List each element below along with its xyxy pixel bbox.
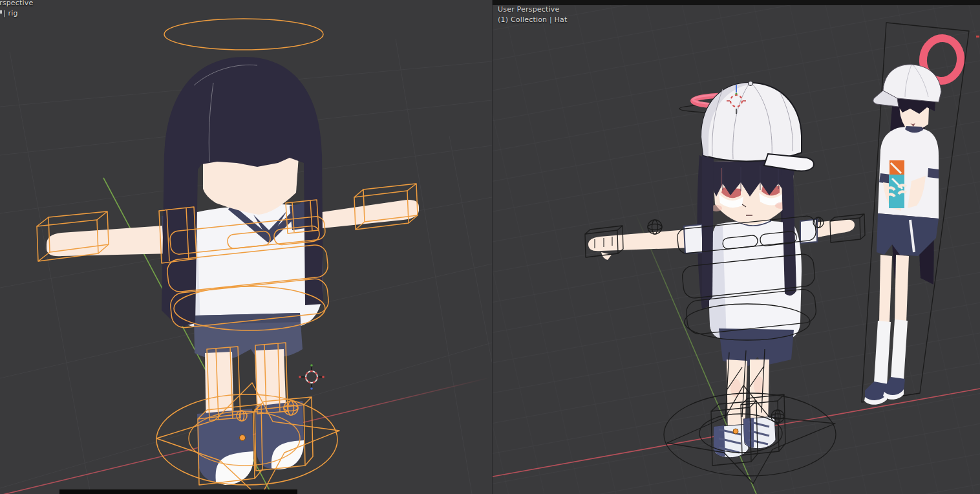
blender-split-viewport-window: rspective | rig <box>0 0 980 494</box>
viewport-divider[interactable] <box>492 0 493 494</box>
viewport-left-rig[interactable]: rspective | rig <box>0 0 492 494</box>
viewport-left-scene <box>0 0 492 494</box>
origin-point-right <box>733 429 738 434</box>
top-bar-black <box>493 0 980 5</box>
character-model-left[interactable] <box>47 57 419 485</box>
halo-rig-circle <box>164 19 323 50</box>
origin-point <box>240 435 246 441</box>
clipped-text-fragment <box>0 10 2 14</box>
edge-marker-red <box>976 36 979 38</box>
viewport-right-shaded[interactable]: User Perspective (1) Collection | Hat <box>493 0 980 494</box>
viewport-right-scene <box>493 0 980 494</box>
bottom-bar-black-fragment <box>59 489 297 494</box>
cursor-3d-left <box>299 364 325 390</box>
